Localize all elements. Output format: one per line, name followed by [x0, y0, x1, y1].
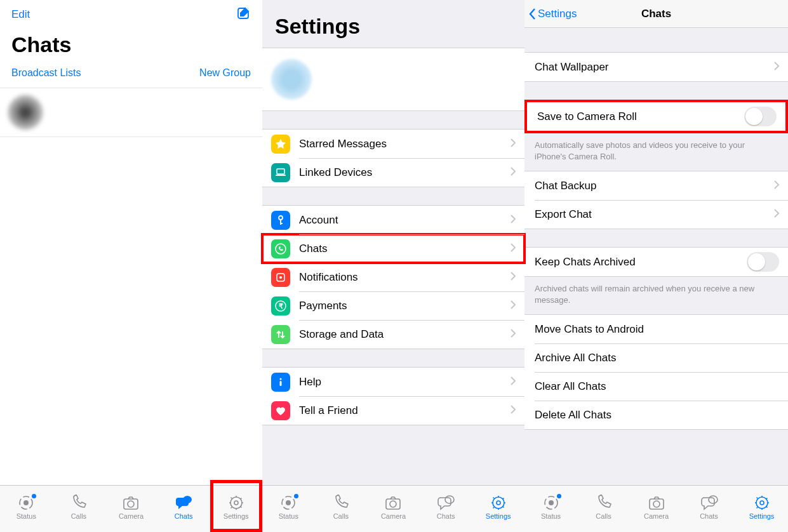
tab-chats[interactable]: Chats	[423, 495, 469, 520]
chevron-right-icon	[774, 62, 779, 73]
row-keep-archived[interactable]: Keep Chats Archived	[524, 248, 788, 276]
toggle-save-camera-roll[interactable]	[744, 107, 777, 126]
tab-camera[interactable]: Camera	[108, 495, 154, 520]
chevron-right-icon	[511, 215, 516, 226]
tab-camera[interactable]: Camera	[370, 495, 416, 520]
page-title: Chats	[0, 29, 262, 63]
info-icon	[271, 373, 290, 392]
tabbar: Status Calls Camera Chats Settings	[262, 485, 524, 532]
star-icon	[271, 135, 290, 154]
tab-settings[interactable]: Settings	[739, 495, 785, 520]
row-notifications[interactable]: Notifications	[262, 263, 524, 291]
row-starred-messages[interactable]: Starred Messages	[262, 130, 524, 158]
row-move-android[interactable]: Move Chats to Android	[524, 315, 788, 343]
chevron-right-icon	[774, 209, 779, 220]
tabbar: Status Calls Camera Chats Settings	[0, 485, 262, 532]
tab-calls[interactable]: Calls	[581, 495, 627, 520]
toggle-keep-archived[interactable]	[747, 252, 779, 272]
page-title: Settings	[262, 0, 524, 48]
tabbar: Status Calls Camera Chats Settings	[524, 485, 788, 532]
new-group-link[interactable]: New Group	[199, 67, 251, 79]
row-storage-data[interactable]: Storage and Data	[262, 320, 524, 349]
tab-status[interactable]: Status	[3, 495, 49, 520]
highlight-save-camera-roll: Save to Camera Roll	[524, 100, 788, 133]
tab-calls[interactable]: Calls	[56, 495, 102, 520]
row-archive-all[interactable]: Archive All Chats	[524, 343, 788, 372]
chevron-right-icon	[511, 138, 516, 150]
broadcast-lists-link[interactable]: Broadcast Lists	[11, 67, 81, 79]
tab-settings[interactable]: Settings	[213, 495, 259, 520]
chat-preview-blurred	[52, 100, 255, 125]
row-export-chat[interactable]: Export Chat	[524, 200, 788, 229]
tab-calls[interactable]: Calls	[318, 495, 364, 520]
row-tell-friend[interactable]: Tell a Friend	[262, 396, 524, 425]
chevron-left-icon	[528, 8, 536, 20]
tab-status[interactable]: Status	[528, 495, 574, 520]
note-keep-archived: Archived chats will remain archived when…	[524, 279, 788, 314]
chevron-right-icon	[511, 405, 516, 416]
chevron-right-icon	[774, 180, 779, 192]
row-delete-all[interactable]: Delete All Chats	[524, 401, 788, 429]
chevron-right-icon	[511, 300, 516, 312]
note-save-camera-roll: Automatically save photos and videos you…	[524, 136, 788, 171]
chevron-right-icon	[511, 376, 516, 388]
screen-chats-settings: Settings Chats Chat Wallpaper Save to Ca…	[524, 0, 788, 532]
row-chat-backup[interactable]: Chat Backup	[524, 171, 788, 200]
compose-icon[interactable]	[237, 6, 251, 23]
row-account[interactable]: Account	[262, 206, 524, 234]
chevron-right-icon	[511, 329, 516, 340]
laptop-icon	[271, 163, 290, 182]
row-chats[interactable]: Chats	[262, 234, 524, 263]
navbar: Settings Chats	[524, 0, 788, 28]
back-button[interactable]: Settings	[528, 8, 577, 20]
page-title: Chats	[641, 8, 671, 20]
row-linked-devices[interactable]: Linked Devices	[262, 158, 524, 187]
profile-row[interactable]	[262, 48, 524, 111]
heart-icon	[271, 401, 290, 420]
screen-settings: Settings Starred Messages Linked Devices…	[262, 0, 524, 532]
notifications-icon	[271, 268, 290, 287]
avatar	[8, 95, 43, 130]
tab-camera[interactable]: Camera	[634, 495, 679, 520]
tab-status[interactable]: Status	[265, 495, 311, 520]
edit-button[interactable]: Edit	[11, 8, 30, 21]
row-clear-all[interactable]: Clear All Chats	[524, 372, 788, 401]
screen-chats-list: Edit Chats Broadcast Lists New Group Sta…	[0, 0, 262, 532]
rupee-icon	[271, 296, 290, 316]
key-icon	[271, 211, 290, 230]
tab-chats[interactable]: Chats	[161, 495, 206, 520]
whatsapp-icon	[271, 239, 290, 258]
row-help[interactable]: Help	[262, 368, 524, 396]
chevron-right-icon	[511, 167, 516, 178]
tab-settings[interactable]: Settings	[476, 495, 521, 520]
tab-chats[interactable]: Chats	[686, 495, 732, 520]
chat-row[interactable]	[0, 88, 262, 137]
row-save-camera-roll[interactable]: Save to Camera Roll	[527, 102, 785, 131]
avatar	[271, 59, 312, 100]
row-chat-wallpaper[interactable]: Chat Wallpaper	[524, 53, 788, 81]
row-payments[interactable]: Payments	[262, 291, 524, 320]
data-arrows-icon	[271, 325, 290, 344]
chevron-right-icon	[511, 243, 516, 255]
chevron-right-icon	[511, 272, 516, 283]
